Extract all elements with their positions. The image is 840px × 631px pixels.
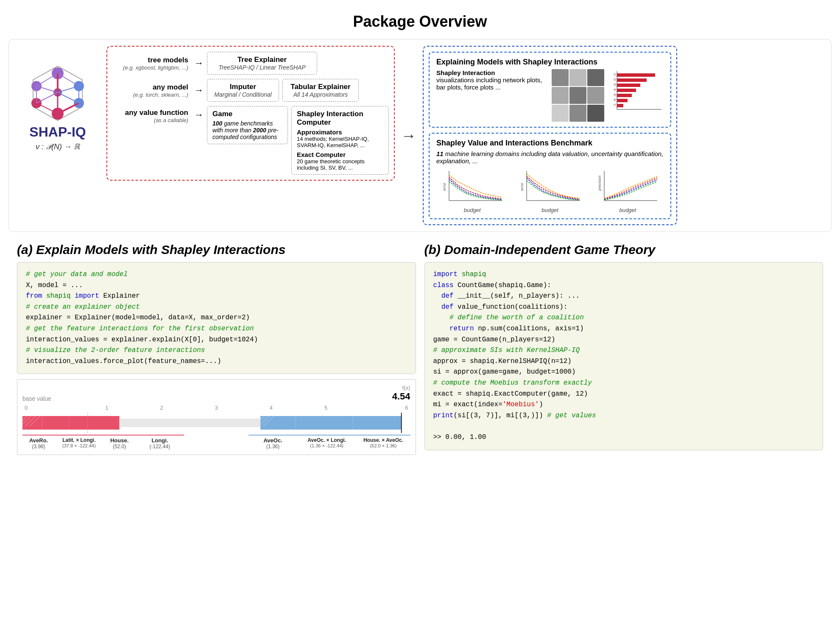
overview-inner: SHAP-IQ ν : 𝒫(N) → ℝ tree models (e.g. x… [15, 46, 825, 225]
svg-rect-51 [260, 416, 296, 430]
logo-label: SHAP-IQ [29, 124, 86, 140]
svg-rect-53 [353, 416, 401, 430]
sic-box: Shapley Interaction Computer Approximato… [291, 106, 389, 175]
shap-iq-logo [24, 63, 92, 122]
svg-text:f7: f7 [614, 103, 616, 106]
svg-rect-23 [617, 78, 647, 82]
svg-rect-27 [617, 99, 628, 102]
right-flow: Explaining Models with Shapley Interacti… [423, 46, 677, 225]
section-a: (a) Explain Models with Shapley Interact… [17, 243, 416, 455]
svg-line-8 [58, 73, 79, 86]
arrow-vf: → [194, 109, 204, 120]
svg-text:f6: f6 [614, 98, 616, 101]
force-bar-visual [22, 413, 410, 433]
fx-value: 4.54 [392, 391, 410, 402]
bar-chart-placeholder: f1 f2 f3 f4 f5 f6 f7 [608, 69, 664, 122]
section-b-heading: (b) Domain-Independent Game Theory [424, 243, 823, 257]
chart-precision: precision budget [596, 169, 659, 213]
svg-rect-25 [617, 89, 636, 92]
svg-rect-28 [617, 104, 623, 107]
svg-text:error: error [442, 182, 447, 191]
input-label-tree: tree models [112, 56, 188, 64]
svg-text:error: error [520, 182, 524, 191]
svg-rect-47 [42, 416, 69, 430]
svg-rect-22 [617, 73, 655, 77]
tree-explainer-box: Tree Explainer TreeSHAP-IQ / Linear Tree… [207, 52, 317, 75]
svg-rect-48 [69, 416, 88, 430]
arrow-model: → [194, 85, 204, 96]
svg-text:f3: f3 [614, 83, 616, 86]
input-label-model: any model [112, 83, 188, 92]
tabular-explainer-box: Tabular Explainer All 14 Approximators [282, 79, 359, 102]
svg-rect-24 [617, 84, 640, 87]
overview-section: SHAP-IQ ν : 𝒫(N) → ℝ tree models (e.g. x… [8, 39, 832, 232]
svg-rect-52 [296, 416, 353, 430]
svg-line-9 [36, 73, 58, 86]
section-b: (b) Domain-Independent Game Theory impor… [424, 243, 823, 455]
svg-rect-50 [120, 419, 261, 427]
chart-error-1: error budget [441, 169, 504, 213]
explaining-models-box: Explaining Models with Shapley Interacti… [429, 52, 671, 128]
code-block-b: import shapiq class CountGame(shapiq.Gam… [424, 262, 823, 450]
chart-error-2: error budget [518, 169, 582, 213]
svg-rect-46 [22, 416, 42, 430]
section-a-heading: (a) Explain Models with Shapley Interact… [17, 243, 416, 257]
svg-line-12 [58, 103, 79, 114]
logo-formula: ν : 𝒫(N) → ℝ [36, 142, 80, 151]
arrow-tree: → [194, 58, 204, 69]
bottom-section: (a) Explain Models with Shapley Interact… [8, 243, 832, 455]
svg-line-19 [36, 92, 58, 103]
force-feature-labels: AveRo. (3.98) Latit. × Longi. (37.8 × -1… [22, 435, 410, 450]
fx-label: f(x) [392, 385, 410, 391]
svg-text:f1: f1 [614, 73, 616, 76]
center-flow: tree models (e.g. xgboost, lightgbm, ...… [106, 46, 395, 181]
input-label-vf: any value function [112, 109, 188, 117]
svg-text:f5: f5 [614, 93, 616, 96]
imputer-box: Imputer Marginal / Conditional [207, 79, 279, 102]
logo-area: SHAP-IQ ν : 𝒫(N) → ℝ [15, 63, 100, 151]
base-value-label: base value [22, 395, 51, 402]
svg-rect-26 [617, 94, 632, 97]
page-title: Package Overview [8, 13, 832, 31]
benchmark-box: Shapley Value and Interactions Benchmark… [429, 133, 671, 219]
svg-line-13 [36, 103, 58, 114]
svg-text:precision: precision [597, 176, 602, 191]
code-block-a: # get your data and model X, model = ...… [17, 262, 416, 374]
game-box: Game 100 game benchmarks with more than … [207, 106, 288, 144]
svg-text:f4: f4 [614, 88, 616, 91]
big-arrow: → [401, 127, 416, 145]
benchmark-charts: error budget error [436, 169, 664, 213]
image-grid-right [552, 69, 604, 122]
svg-rect-49 [88, 416, 120, 430]
force-plot: base value f(x) 4.54 0 1 2 3 4 5 6 [17, 379, 416, 455]
svg-text:f2: f2 [614, 78, 616, 81]
svg-line-17 [58, 92, 79, 103]
